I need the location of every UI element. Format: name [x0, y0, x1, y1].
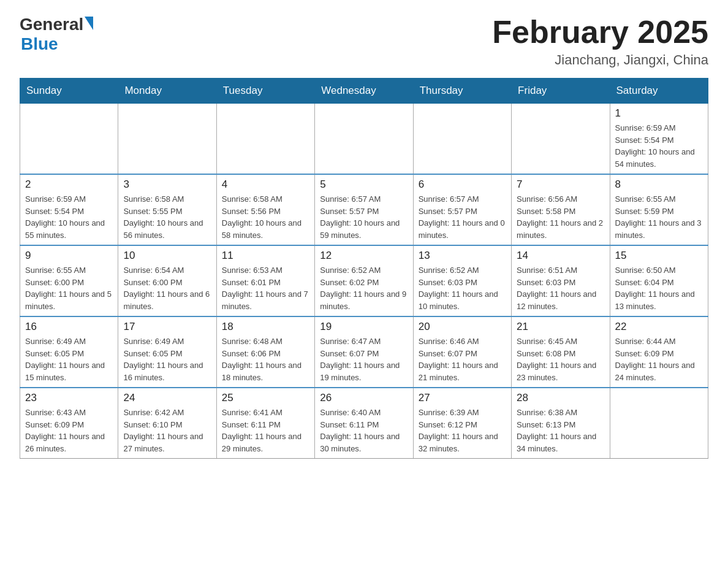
day-number: 21 — [517, 321, 604, 333]
logo-blue-text: Blue — [21, 34, 58, 54]
calendar-cell: 15Sunrise: 6:50 AMSunset: 6:04 PMDayligh… — [610, 245, 708, 316]
day-number: 12 — [320, 250, 408, 262]
calendar-cell: 9Sunrise: 6:55 AMSunset: 6:00 PMDaylight… — [20, 245, 118, 316]
day-info: Sunrise: 6:46 AMSunset: 6:07 PMDaylight:… — [419, 335, 506, 383]
day-info: Sunrise: 6:40 AMSunset: 6:11 PMDaylight:… — [320, 407, 408, 454]
logo-general-text: General — [20, 15, 83, 34]
day-number: 8 — [615, 178, 703, 191]
calendar-cell: 22Sunrise: 6:44 AMSunset: 6:09 PMDayligh… — [610, 316, 708, 388]
calendar-subtitle: Jianchang, Jiangxi, China — [492, 52, 708, 68]
calendar-cell: 21Sunrise: 6:45 AMSunset: 6:08 PMDayligh… — [512, 316, 610, 388]
day-number: 26 — [320, 392, 408, 404]
calendar-cell: 14Sunrise: 6:51 AMSunset: 6:03 PMDayligh… — [512, 245, 610, 316]
calendar-week-row: 23Sunrise: 6:43 AMSunset: 6:09 PMDayligh… — [20, 388, 708, 459]
calendar-cell: 28Sunrise: 6:38 AMSunset: 6:13 PMDayligh… — [512, 388, 610, 459]
calendar-cell: 8Sunrise: 6:55 AMSunset: 5:59 PMDaylight… — [610, 174, 708, 245]
calendar-header-row: SundayMondayTuesdayWednesdayThursdayFrid… — [20, 79, 708, 104]
page-header: General Blue February 2025 Jianchang, Ji… — [20, 15, 708, 68]
day-info: Sunrise: 6:55 AMSunset: 6:00 PMDaylight:… — [25, 264, 113, 312]
day-number: 5 — [320, 178, 408, 191]
day-info: Sunrise: 6:49 AMSunset: 6:05 PMDaylight:… — [25, 335, 113, 383]
day-number: 11 — [222, 250, 309, 262]
calendar-cell — [216, 104, 314, 175]
calendar-cell — [118, 104, 216, 175]
calendar-cell — [20, 104, 118, 175]
day-of-week-header: Monday — [118, 79, 216, 104]
day-number: 16 — [25, 321, 113, 333]
calendar-table: SundayMondayTuesdayWednesdayThursdayFrid… — [20, 78, 708, 459]
logo-triangle-icon — [85, 17, 93, 30]
title-block: February 2025 Jianchang, Jiangxi, China — [492, 15, 708, 68]
day-info: Sunrise: 6:50 AMSunset: 6:04 PMDaylight:… — [615, 264, 703, 312]
calendar-cell: 16Sunrise: 6:49 AMSunset: 6:05 PMDayligh… — [20, 316, 118, 388]
day-info: Sunrise: 6:48 AMSunset: 6:06 PMDaylight:… — [222, 335, 309, 383]
day-info: Sunrise: 6:39 AMSunset: 6:12 PMDaylight:… — [419, 407, 506, 454]
day-info: Sunrise: 6:57 AMSunset: 5:57 PMDaylight:… — [419, 193, 506, 241]
calendar-cell: 27Sunrise: 6:39 AMSunset: 6:12 PMDayligh… — [413, 388, 511, 459]
day-number: 13 — [419, 250, 506, 262]
calendar-week-row: 1Sunrise: 6:59 AMSunset: 5:54 PMDaylight… — [20, 104, 708, 175]
calendar-cell: 11Sunrise: 6:53 AMSunset: 6:01 PMDayligh… — [216, 245, 314, 316]
day-number: 23 — [25, 392, 113, 404]
calendar-week-row: 16Sunrise: 6:49 AMSunset: 6:05 PMDayligh… — [20, 316, 708, 388]
day-of-week-header: Friday — [512, 79, 610, 104]
calendar-cell: 4Sunrise: 6:58 AMSunset: 5:56 PMDaylight… — [216, 174, 314, 245]
calendar-title: February 2025 — [492, 15, 708, 50]
day-info: Sunrise: 6:47 AMSunset: 6:07 PMDaylight:… — [320, 335, 408, 383]
day-info: Sunrise: 6:58 AMSunset: 5:56 PMDaylight:… — [222, 193, 309, 241]
day-info: Sunrise: 6:38 AMSunset: 6:13 PMDaylight:… — [517, 407, 604, 454]
day-number: 15 — [615, 250, 703, 262]
calendar-week-row: 9Sunrise: 6:55 AMSunset: 6:00 PMDaylight… — [20, 245, 708, 316]
day-number: 25 — [222, 392, 309, 404]
calendar-week-row: 2Sunrise: 6:59 AMSunset: 5:54 PMDaylight… — [20, 174, 708, 245]
calendar-cell: 20Sunrise: 6:46 AMSunset: 6:07 PMDayligh… — [413, 316, 511, 388]
calendar-cell — [610, 388, 708, 459]
calendar-cell: 19Sunrise: 6:47 AMSunset: 6:07 PMDayligh… — [315, 316, 413, 388]
calendar-cell: 23Sunrise: 6:43 AMSunset: 6:09 PMDayligh… — [20, 388, 118, 459]
calendar-cell: 2Sunrise: 6:59 AMSunset: 5:54 PMDaylight… — [20, 174, 118, 245]
day-info: Sunrise: 6:51 AMSunset: 6:03 PMDaylight:… — [517, 264, 604, 312]
day-number: 10 — [123, 250, 211, 262]
day-of-week-header: Saturday — [610, 79, 708, 104]
day-info: Sunrise: 6:49 AMSunset: 6:05 PMDaylight:… — [123, 335, 211, 383]
day-info: Sunrise: 6:43 AMSunset: 6:09 PMDaylight:… — [25, 407, 113, 454]
calendar-cell: 10Sunrise: 6:54 AMSunset: 6:00 PMDayligh… — [118, 245, 216, 316]
day-of-week-header: Thursday — [413, 79, 511, 104]
day-number: 9 — [25, 250, 113, 262]
day-info: Sunrise: 6:52 AMSunset: 6:03 PMDaylight:… — [419, 264, 506, 312]
calendar-cell: 18Sunrise: 6:48 AMSunset: 6:06 PMDayligh… — [216, 316, 314, 388]
day-info: Sunrise: 6:59 AMSunset: 5:54 PMDaylight:… — [25, 193, 113, 241]
day-number: 19 — [320, 321, 408, 333]
day-number: 6 — [419, 178, 506, 191]
calendar-cell: 3Sunrise: 6:58 AMSunset: 5:55 PMDaylight… — [118, 174, 216, 245]
day-number: 2 — [25, 178, 113, 191]
day-number: 24 — [123, 392, 211, 404]
day-info: Sunrise: 6:44 AMSunset: 6:09 PMDaylight:… — [615, 335, 703, 383]
calendar-cell — [315, 104, 413, 175]
calendar-cell: 17Sunrise: 6:49 AMSunset: 6:05 PMDayligh… — [118, 316, 216, 388]
day-of-week-header: Wednesday — [315, 79, 413, 104]
logo: General Blue — [20, 15, 93, 54]
day-info: Sunrise: 6:54 AMSunset: 6:00 PMDaylight:… — [123, 264, 211, 312]
day-number: 18 — [222, 321, 309, 333]
calendar-cell: 12Sunrise: 6:52 AMSunset: 6:02 PMDayligh… — [315, 245, 413, 316]
day-number: 14 — [517, 250, 604, 262]
calendar-cell: 5Sunrise: 6:57 AMSunset: 5:57 PMDaylight… — [315, 174, 413, 245]
day-number: 20 — [419, 321, 506, 333]
day-of-week-header: Sunday — [20, 79, 118, 104]
calendar-cell: 13Sunrise: 6:52 AMSunset: 6:03 PMDayligh… — [413, 245, 511, 316]
calendar-cell: 1Sunrise: 6:59 AMSunset: 5:54 PMDaylight… — [610, 104, 708, 175]
calendar-cell — [512, 104, 610, 175]
day-info: Sunrise: 6:41 AMSunset: 6:11 PMDaylight:… — [222, 407, 309, 454]
day-of-week-header: Tuesday — [216, 79, 314, 104]
calendar-cell: 6Sunrise: 6:57 AMSunset: 5:57 PMDaylight… — [413, 174, 511, 245]
day-number: 22 — [615, 321, 703, 333]
day-info: Sunrise: 6:59 AMSunset: 5:54 PMDaylight:… — [615, 122, 703, 170]
day-info: Sunrise: 6:52 AMSunset: 6:02 PMDaylight:… — [320, 264, 408, 312]
day-info: Sunrise: 6:53 AMSunset: 6:01 PMDaylight:… — [222, 264, 309, 312]
day-info: Sunrise: 6:57 AMSunset: 5:57 PMDaylight:… — [320, 193, 408, 241]
day-number: 7 — [517, 178, 604, 191]
calendar-cell — [413, 104, 511, 175]
day-number: 1 — [615, 107, 703, 120]
calendar-cell: 24Sunrise: 6:42 AMSunset: 6:10 PMDayligh… — [118, 388, 216, 459]
